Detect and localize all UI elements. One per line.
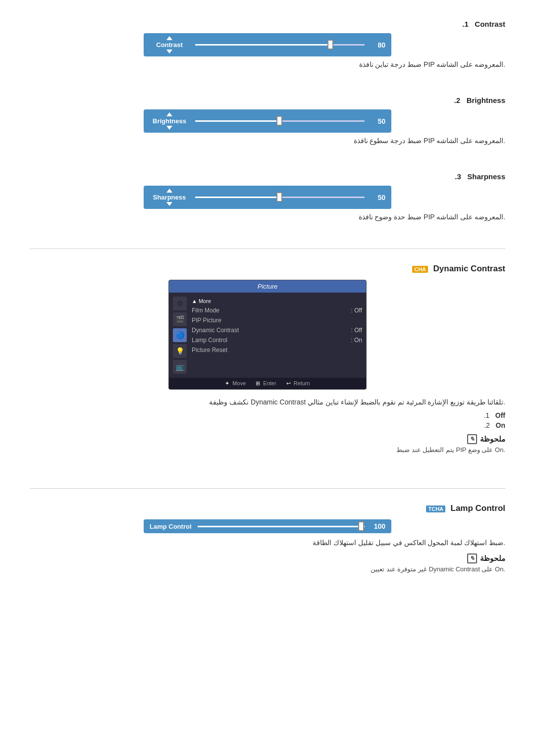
lamp-control-section: TCHA Lamp Control Lamp Control 100 ضبط ا… (30, 504, 505, 592)
sharpness-track-fill (195, 197, 280, 198)
lamp-control-slider-box[interactable]: Lamp Control 100 (144, 519, 391, 533)
dynamic-contrast-off-badge: Off (354, 327, 362, 334)
lamp-control-colon: : On (351, 337, 362, 344)
dynamic-contrast-description: نكشف وظيفة Dynamic Contrast تلقائنا طريق… (30, 397, 505, 407)
lamp-control-label: Lamp Control (192, 337, 227, 344)
dynamic-contrast-colon: : Off (351, 327, 362, 334)
osd-menu-header: ▲ More (192, 297, 362, 305)
sharpness-section: .3 Sharpness Sharpness 50 ضبط حدة وضوح ن… (30, 172, 505, 234)
sharpness-title: Sharpness (467, 172, 505, 181)
dynamic-contrast-label: Dynamic Contrast (192, 327, 239, 334)
note-title-text: ملحوظة (480, 435, 505, 444)
tcha-badge: TCHA (426, 505, 445, 512)
brightness-title: Brightness (467, 96, 505, 104)
sharpness-arrow-down-icon (166, 202, 172, 206)
osd-icons: ⚙ 🎬 🔵 💡 📺 (173, 297, 187, 374)
contrast-number: .1 (462, 20, 469, 28)
sharpness-arrow-up-icon (166, 189, 172, 193)
sharpness-label-block: Sharpness (150, 189, 189, 206)
sharpness-track (195, 197, 365, 198)
sharpness-number: .3 (455, 172, 461, 181)
osd-menu-pip-picture: PIP Picture (192, 315, 362, 325)
enter-icon: ⊞ (256, 380, 260, 386)
osd-menu-header-label: ▲ More (192, 298, 211, 304)
option1-label: Off (495, 411, 505, 419)
divider-1 (30, 249, 505, 249)
option2-label: On (496, 421, 505, 429)
lamp-control-title: Lamp Control (451, 504, 506, 513)
lamp-control-value: 100 (371, 522, 385, 530)
brightness-value: 50 (371, 117, 385, 125)
dynamic-contrast-title-block: CHA Dynamic Contrast (30, 264, 505, 274)
brightness-track-fill (195, 120, 280, 122)
sharpness-slider-box[interactable]: Sharpness 50 (144, 186, 391, 209)
dynamic-contrast-note-title: ✎ ملحوظة (30, 434, 505, 444)
option1-number: .1 (483, 411, 489, 419)
lamp-control-note: ✎ ملحوظة غير متوفرة عند تعيين Dynamic Co… (30, 554, 505, 573)
brightness-description: ضبط درجة سطوع نافذة PIP المعروضه على الش… (30, 137, 505, 145)
contrast-track-fill (195, 44, 331, 46)
contrast-section: .1 Contrast Contrast 80 ضبط درجة تباين ن… (30, 20, 505, 81)
brightness-section: .2 Brightness Brightness 50 ضبط درجة سطو… (30, 96, 505, 157)
dynamic-contrast-section: CHA Dynamic Contrast Picture ⚙ 🎬 🔵 💡 📺 ▲… (30, 264, 505, 473)
osd-menu-dynamic-contrast: Dynamic Contrast : Off (192, 325, 362, 335)
sharpness-section-header: .3 Sharpness (30, 172, 505, 181)
dynamic-contrast-note-text: يتم التعطيل عند ضبط PIP على وضع On. (30, 446, 505, 454)
dynamic-contrast-note: ✎ ملحوظة يتم التعطيل عند ضبط PIP على وضع… (30, 434, 505, 454)
lamp-control-note-title: ✎ ملحوظة (30, 554, 505, 563)
osd-title-bar: Picture (169, 280, 366, 293)
contrast-slider-box[interactable]: Contrast 80 (144, 33, 391, 56)
lamp-control-label: Lamp Control (150, 523, 192, 530)
brightness-label: Brightness (153, 117, 186, 125)
brightness-slider-box[interactable]: Brightness 50 (144, 109, 391, 133)
lamp-control-description: ضبط استهلاك لمبة المحول العاكس في سبيل ت… (30, 537, 505, 548)
lamp-note-title-text: ملحوظة (480, 554, 505, 563)
return-icon: ↩ (286, 380, 291, 386)
film-mode-label: Film Mode (192, 307, 219, 314)
osd-enter-label: ⊞ Enter (256, 380, 276, 387)
sharpness-value: 50 (371, 194, 385, 202)
sharpness-thumb[interactable] (276, 192, 282, 202)
lamp-control-track (198, 526, 365, 527)
contrast-value: 80 (371, 41, 385, 49)
divider-2 (30, 488, 505, 489)
move-icon: ✦ (225, 380, 229, 386)
osd-icon-lamp: 💡 (173, 344, 187, 358)
contrast-title: Contrast (475, 20, 505, 28)
contrast-label-block: Contrast (150, 36, 189, 53)
lamp-control-note-text: غير متوفرة عند تعيين Dynamic Contrast عل… (30, 565, 505, 573)
film-mode-value: : Off (351, 307, 362, 314)
sharpness-label: Sharpness (153, 194, 186, 201)
contrast-track (195, 44, 365, 46)
osd-return-label: ↩ Return (286, 380, 310, 387)
brightness-track (195, 120, 365, 122)
lamp-control-prefix: TCHA (426, 505, 446, 512)
contrast-label: Contrast (156, 41, 182, 49)
lamp-control-label-block: Lamp Control (150, 523, 192, 530)
brightness-thumb[interactable] (276, 116, 282, 126)
pip-picture-label: PIP Picture (192, 317, 221, 324)
osd-menu: Picture ⚙ 🎬 🔵 💡 📺 ▲ More Film Mode : Off… (168, 280, 367, 390)
contrast-arrow-down-icon (166, 50, 172, 53)
brightness-arrow-up-icon (166, 112, 172, 116)
option2-number: .2 (484, 421, 490, 429)
sharpness-description: ضبط حدة وضوح نافذة PIP المعروضه على الشا… (30, 213, 505, 221)
osd-icon-settings: ⚙ (173, 297, 187, 310)
note-icon: ✎ (467, 434, 477, 444)
osd-move-label: ✦ Move (225, 380, 246, 387)
osd-icon-pip: 📺 (173, 360, 187, 374)
brightness-number: .2 (454, 96, 461, 104)
osd-menu-items: ▲ More Film Mode : Off PIP Picture Dynam… (192, 297, 362, 374)
lamp-note-icon: ✎ (467, 554, 477, 563)
lamp-control-title-block: TCHA Lamp Control (30, 504, 505, 513)
dynamic-contrast-title: Dynamic Contrast (433, 264, 505, 273)
osd-icon-picture: 🔵 (173, 328, 187, 342)
osd-icon-film: 🎬 (173, 312, 187, 326)
lamp-control-track-fill (198, 526, 365, 527)
osd-menu-film-mode: Film Mode : Off (192, 305, 362, 315)
contrast-description: ضبط درجة تباين نافذة PIP المعروضه على ال… (30, 60, 505, 68)
contrast-thumb[interactable] (327, 40, 333, 50)
dynamic-contrast-prefix: CHA (412, 266, 429, 273)
contrast-arrow-up-icon (166, 36, 172, 40)
lamp-control-thumb[interactable] (358, 521, 364, 531)
